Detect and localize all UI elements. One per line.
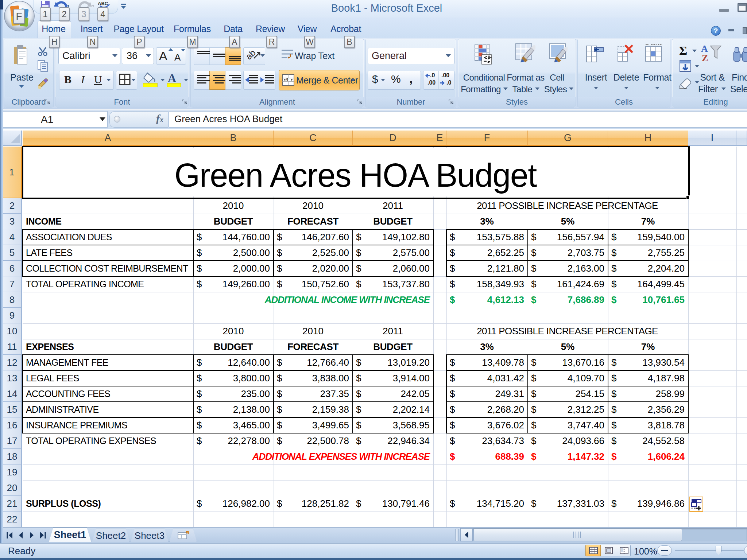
svg-text:A: A	[701, 44, 708, 54]
svg-text:a: a	[286, 77, 289, 82]
svg-text:Z: Z	[702, 53, 708, 63]
